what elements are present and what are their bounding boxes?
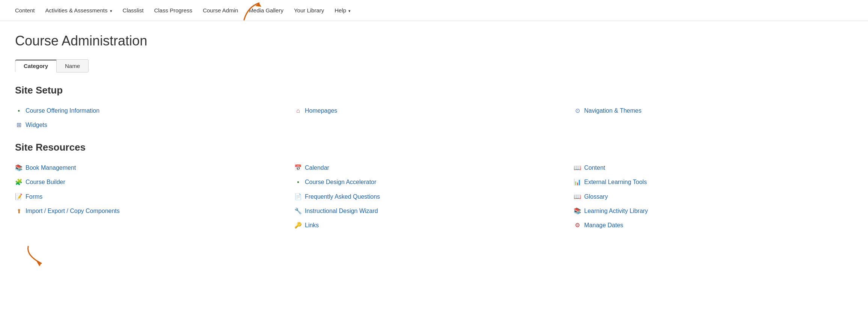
link-manage-dates[interactable]: ⚙ Manage Dates <box>574 218 853 232</box>
site-resources-grid: 📚 Book Management 🧩 Course Builder 📝 For… <box>15 161 853 233</box>
nav-help[interactable]: Help ▾ <box>335 7 351 14</box>
link-course-builder[interactable]: 🧩 Course Builder <box>15 175 294 189</box>
section-site-resources-heading: Site Resources <box>15 142 853 153</box>
section-site-setup-heading: Site Setup <box>15 85 853 96</box>
nav-your-library[interactable]: Your Library <box>294 7 324 14</box>
faq-icon: 📄 <box>294 193 302 201</box>
forms-icon: 📝 <box>15 193 23 201</box>
navigation-themes-icon: ⊙ <box>574 107 581 115</box>
external-learning-icon: 📊 <box>574 178 581 186</box>
site-setup-grid: ▪ Course Offering Information ⊞ Widgets … <box>15 104 853 133</box>
link-glossary[interactable]: 📖 Glossary <box>574 190 853 204</box>
tab-name[interactable]: Name <box>57 59 89 72</box>
nav-classlist[interactable]: Classlist <box>123 7 144 14</box>
link-instructional-design-wizard[interactable]: 🔧 Instructional Design Wizard <box>294 204 574 218</box>
link-faq[interactable]: 📄 Frequently Asked Questions <box>294 190 574 204</box>
nav-activities[interactable]: Activities & Assessments ▾ <box>45 7 112 14</box>
annotation-arrow-top <box>240 0 270 23</box>
link-book-management[interactable]: 📚 Book Management <box>15 161 294 175</box>
site-resources-col-3: 📖 Content 📊 External Learning Tools 📖 Gl… <box>574 161 853 233</box>
link-forms[interactable]: 📝 Forms <box>15 190 294 204</box>
site-setup-col-3: ⊙ Navigation & Themes <box>574 104 853 133</box>
homepages-icon: ⌂ <box>294 107 302 115</box>
link-homepages[interactable]: ⌂ Homepages <box>294 104 574 118</box>
course-design-icon: ▪ <box>294 178 302 186</box>
content-icon: 📖 <box>574 164 581 172</box>
glossary-icon: 📖 <box>574 193 581 201</box>
main-content: Course Administration Category Name Site… <box>0 21 868 320</box>
link-course-offering-info[interactable]: ▪ Course Offering Information <box>15 104 294 118</box>
instructional-design-icon: 🔧 <box>294 207 302 215</box>
calendar-icon: 📅 <box>294 164 302 172</box>
tab-category[interactable]: Category <box>15 59 57 72</box>
nav-content[interactable]: Content <box>15 7 35 14</box>
site-resources-col-2: 📅 Calendar ▪ Course Design Accelerator 📄… <box>294 161 574 233</box>
page-title: Course Administration <box>15 33 853 49</box>
links-icon: 🔑 <box>294 222 302 229</box>
course-offering-icon: ▪ <box>15 107 23 115</box>
book-management-icon: 📚 <box>15 164 23 172</box>
link-learning-activity-library[interactable]: 📚 Learning Activity Library <box>574 204 853 218</box>
help-dropdown-arrow: ▾ <box>348 9 351 13</box>
link-import-export[interactable]: ⬆ Import / Export / Copy Components <box>15 204 294 218</box>
link-course-design-accelerator[interactable]: ▪ Course Design Accelerator <box>294 175 574 189</box>
course-builder-icon: 🧩 <box>15 178 23 186</box>
learning-activity-icon: 📚 <box>574 207 581 215</box>
nav-course-admin[interactable]: Course Admin <box>203 7 238 14</box>
site-resources-col-1: 📚 Book Management 🧩 Course Builder 📝 For… <box>15 161 294 233</box>
activities-dropdown-arrow: ▾ <box>110 9 112 13</box>
site-setup-col-1: ▪ Course Offering Information ⊞ Widgets <box>15 104 294 133</box>
import-export-icon: ⬆ <box>15 208 23 215</box>
manage-dates-icon: ⚙ <box>574 222 581 229</box>
link-widgets[interactable]: ⊞ Widgets <box>15 118 294 132</box>
link-content[interactable]: 📖 Content <box>574 161 853 175</box>
annotation-arrow-bottom <box>21 245 51 269</box>
link-navigation-themes[interactable]: ⊙ Navigation & Themes <box>574 104 853 118</box>
widgets-icon: ⊞ <box>15 122 23 129</box>
site-setup-col-2: ⌂ Homepages <box>294 104 574 133</box>
nav-class-progress[interactable]: Class Progress <box>154 7 192 14</box>
top-navigation: Content Activities & Assessments ▾ Class… <box>0 0 868 21</box>
tab-bar: Category Name <box>15 59 853 72</box>
link-links[interactable]: 🔑 Links <box>294 218 574 232</box>
link-external-learning-tools[interactable]: 📊 External Learning Tools <box>574 175 853 189</box>
link-calendar[interactable]: 📅 Calendar <box>294 161 574 175</box>
